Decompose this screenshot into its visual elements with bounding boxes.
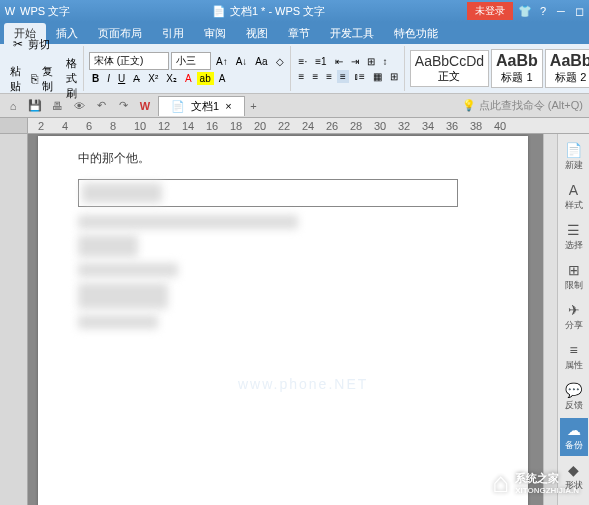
align-center-button[interactable]: ≡ (309, 70, 321, 83)
change-case-button[interactable]: Aa (252, 55, 270, 68)
cut-button[interactable]: ✂剪切 (7, 35, 53, 53)
style-正文[interactable]: AaBbCcDd正文 (410, 50, 489, 87)
redacted-text (78, 235, 138, 257)
styles-group: AaBbCcDd正文AaBb标题 1AaBb标题 2 (407, 46, 589, 91)
menu-tab-3[interactable]: 引用 (152, 23, 194, 44)
sidepanel-反馈[interactable]: 💬反馈 (560, 378, 588, 416)
text-frame[interactable] (78, 179, 458, 207)
copy-button[interactable]: ⎘复制 (26, 63, 61, 95)
menu-tab-4[interactable]: 审阅 (194, 23, 236, 44)
sidepanel-样式[interactable]: A样式 (560, 178, 588, 216)
font-size-select[interactable]: 小三 (171, 52, 211, 70)
side-panel: 📄新建A样式☰选择⊞限制✈分享≡属性💬反馈☁备份◆形状⊡🔧工具 (557, 134, 589, 505)
sort-button[interactable]: ↕ (380, 55, 391, 68)
house-icon: ⌂ (492, 467, 509, 499)
menu-bar: 开始插入页面布局引用审阅视图章节开发工具特色功能 (0, 22, 589, 44)
italic-button[interactable]: I (104, 72, 113, 85)
grow-font-button[interactable]: A↑ (213, 55, 231, 68)
command-search[interactable]: 💡 点此查找命令 (Alt+Q) (456, 98, 589, 113)
new-tab-button[interactable]: + (245, 97, 263, 115)
sidepanel-备份[interactable]: ☁备份 (560, 418, 588, 456)
document-tabs-bar: ⌂ 💾 🖶 👁 ↶ ↷ W 📄 文档1 × + 💡 点此查找命令 (Alt+Q) (0, 94, 589, 118)
redacted-text (78, 283, 168, 309)
sidepanel-属性[interactable]: ≡属性 (560, 338, 588, 376)
strike-button[interactable]: A̶ (130, 72, 143, 85)
bulb-icon: 💡 (462, 99, 476, 112)
superscript-button[interactable]: X² (145, 72, 161, 85)
style-标题 2[interactable]: AaBb标题 2 (545, 49, 589, 88)
login-button[interactable]: 未登录 (467, 2, 513, 20)
sidepanel-分享[interactable]: ✈分享 (560, 298, 588, 336)
sidepanel-新建[interactable]: 📄新建 (560, 138, 588, 176)
undo-icon[interactable]: ↶ (92, 97, 110, 115)
style-标题 1[interactable]: AaBb标题 1 (491, 49, 543, 88)
restore-icon[interactable]: ◻ (573, 5, 585, 17)
preview-icon[interactable]: 👁 (70, 97, 88, 115)
sidepanel-限制[interactable]: ⊞限制 (560, 258, 588, 296)
line-spacing-button[interactable]: ⫾≡ (351, 70, 368, 83)
numbering-button[interactable]: ≡1 (312, 55, 329, 68)
menu-tab-8[interactable]: 特色功能 (384, 23, 448, 44)
scissors-icon: ✂ (10, 36, 26, 52)
editor-viewport: 中的那个他。 www.phone.NET (28, 134, 543, 505)
subscript-button[interactable]: X₂ (163, 72, 180, 85)
underline-button[interactable]: U (115, 72, 128, 85)
save-icon[interactable]: 💾 (26, 97, 44, 115)
indent-dec-button[interactable]: ⇤ (332, 55, 346, 68)
menu-tab-2[interactable]: 页面布局 (88, 23, 152, 44)
format-painter-button[interactable]: 格式刷 (63, 55, 80, 102)
sidepanel-item9[interactable]: ⊡ (560, 498, 588, 505)
shading-button[interactable]: ▦ (370, 70, 385, 83)
menu-tab-6[interactable]: 章节 (278, 23, 320, 44)
menu-tab-5[interactable]: 视图 (236, 23, 278, 44)
sidepanel-选择[interactable]: ☰选择 (560, 218, 588, 256)
paste-button[interactable]: 粘贴 (7, 63, 24, 95)
align-justify-button[interactable]: ≡ (337, 70, 349, 83)
redo-icon[interactable]: ↷ (114, 97, 132, 115)
font-group: 宋体 (正文) 小三 A↑ A↓ Aa ◇ B I U A̶ X² X₂ A a… (86, 46, 291, 91)
page-watermark: www.phone.NET (238, 376, 368, 392)
app-icon: W (4, 5, 16, 17)
title-bar: W WPS 文字 📄 文档1 * - WPS 文字 未登录 👕 ? ─ ◻ (0, 0, 589, 22)
ribbon: ✂剪切 粘贴 ⎘复制 格式刷 宋体 (正文) 小三 A↑ A↓ Aa ◇ B I… (0, 44, 589, 94)
doc-small-icon: 📄 (212, 5, 226, 18)
help-icon[interactable]: ? (537, 5, 549, 17)
vertical-ruler[interactable] (0, 134, 28, 505)
text-effect-button[interactable]: A (216, 72, 229, 85)
highlight-button[interactable]: ab (197, 72, 214, 85)
home-icon[interactable]: ⌂ (4, 97, 22, 115)
redacted-text (78, 315, 158, 329)
tab-button[interactable]: ⊞ (364, 55, 378, 68)
print-icon[interactable]: 🖶 (48, 97, 66, 115)
body-text[interactable]: 中的那个他。 (78, 150, 488, 167)
doc-title: 文档1 * - WPS 文字 (230, 4, 325, 19)
document-tab[interactable]: 📄 文档1 × (158, 96, 245, 116)
wps-icon[interactable]: W (136, 97, 154, 115)
clipboard-group: ✂剪切 粘贴 ⎘复制 格式刷 (4, 46, 84, 91)
font-name-select[interactable]: 宋体 (正文) (89, 52, 169, 70)
shrink-font-button[interactable]: A↓ (233, 55, 251, 68)
bullets-button[interactable]: ≡· (296, 55, 311, 68)
paragraph-group: ≡· ≡1 ⇤ ⇥ ⊞ ↕ ≡ ≡ ≡ ≡ ⫾≡ ▦ ⊞ (293, 46, 405, 91)
title-center: 📄 文档1 * - WPS 文字 (70, 4, 467, 19)
shirt-icon[interactable]: 👕 (519, 5, 531, 17)
align-left-button[interactable]: ≡ (296, 70, 308, 83)
menu-tab-7[interactable]: 开发工具 (320, 23, 384, 44)
indent-inc-button[interactable]: ⇥ (348, 55, 362, 68)
doc-tab-icon: 📄 (171, 100, 185, 113)
align-right-button[interactable]: ≡ (323, 70, 335, 83)
redacted-text (78, 263, 178, 277)
borders-button[interactable]: ⊞ (387, 70, 401, 83)
close-tab-icon[interactable]: × (225, 100, 231, 112)
document-page[interactable]: 中的那个他。 www.phone.NET (38, 136, 528, 505)
copy-icon: ⎘ (29, 71, 40, 87)
doc-tab-label: 文档1 (191, 99, 219, 114)
minimize-icon[interactable]: ─ (555, 5, 567, 17)
vertical-scrollbar[interactable] (543, 134, 557, 505)
horizontal-ruler[interactable]: 246810121416182022242628303234363840 (0, 118, 589, 134)
font-color-button[interactable]: A (182, 72, 195, 85)
clear-format-button[interactable]: ◇ (273, 55, 287, 68)
app-name: WPS 文字 (20, 4, 70, 19)
image-watermark: ⌂ 系统之家 XITONGZHIJIA.N (492, 467, 579, 499)
bold-button[interactable]: B (89, 72, 102, 85)
